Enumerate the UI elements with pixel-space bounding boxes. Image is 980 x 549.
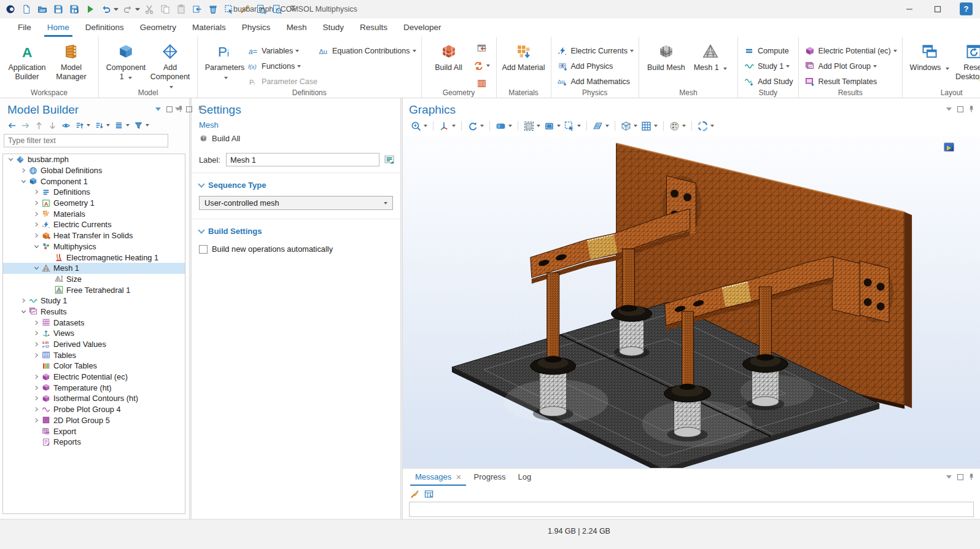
- cut-icon[interactable]: [142, 2, 156, 16]
- electric-potential-ec--button[interactable]: Electric Potential (ec): [804, 43, 897, 58]
- tab-progress[interactable]: Progress: [467, 469, 511, 486]
- open-icon[interactable]: [36, 2, 49, 16]
- tree-chevron-icon[interactable]: [33, 374, 40, 380]
- panel-float-icon[interactable]: [166, 106, 173, 112]
- add-material-button[interactable]: Add Material: [502, 39, 546, 72]
- redo-icon[interactable]: [121, 2, 134, 16]
- compute-button[interactable]: Compute: [743, 43, 793, 58]
- tree-chevron-icon[interactable]: [33, 211, 40, 217]
- ribbon-tab-geometry[interactable]: Geometry: [132, 18, 184, 37]
- copy-icon[interactable]: [158, 2, 172, 16]
- tree-item-results[interactable]: Results: [3, 306, 185, 317]
- box-3d-button[interactable]: [494, 121, 514, 131]
- rename-label-icon[interactable]: [384, 155, 395, 165]
- tree-chevron-icon[interactable]: [20, 168, 27, 173]
- tree-chevron-icon[interactable]: [33, 330, 40, 336]
- new-file-icon[interactable]: [20, 2, 33, 16]
- tree-item-global-definitions[interactable]: Global Definitions: [3, 165, 185, 176]
- panel-float-icon[interactable]: [957, 474, 963, 480]
- tree-item-datasets[interactable]: Datasets: [3, 317, 185, 328]
- wire-cube-button[interactable]: [619, 121, 639, 131]
- tree-item-reports[interactable]: Reports: [3, 437, 185, 448]
- import-win-button[interactable]: [476, 43, 487, 53]
- panel-float-icon[interactable]: [957, 106, 963, 112]
- section-sequence-type[interactable]: Sequence Type: [192, 173, 400, 190]
- tree-chevron-icon[interactable]: [33, 385, 40, 391]
- move-icon[interactable]: [190, 2, 204, 16]
- ribbon-tab-results[interactable]: Results: [352, 18, 395, 37]
- tree-chevron-icon[interactable]: [20, 309, 27, 314]
- add-component-button[interactable]: Add Component: [148, 39, 192, 91]
- arrow-up-icon[interactable]: [34, 121, 44, 130]
- mesh-1-button[interactable]: Mesh 1: [688, 39, 733, 72]
- tree-item-size[interactable]: Size: [3, 274, 185, 285]
- tree-chevron-icon[interactable]: [33, 395, 40, 401]
- arrow-left-icon[interactable]: [7, 121, 17, 130]
- tree-chevron-icon[interactable]: [33, 200, 40, 206]
- move-down-icon[interactable]: [95, 121, 110, 130]
- ribbon-tab-physics[interactable]: Physics: [234, 18, 279, 37]
- panel-menu-icon[interactable]: [946, 107, 952, 111]
- equation-contributions-button[interactable]: ΔuEquation Contributions: [317, 43, 416, 58]
- arrow-down-icon[interactable]: [48, 121, 57, 130]
- tab-messages[interactable]: Messages✕: [409, 469, 467, 486]
- ribbon-tab-developer[interactable]: Developer: [395, 18, 449, 37]
- help-button[interactable]: ?: [960, 2, 973, 15]
- result-templates-button[interactable]: Result Templates: [804, 74, 897, 89]
- tree-item-export[interactable]: csvExport: [3, 426, 185, 437]
- tree-item-isothermal-contours-ht-[interactable]: Isothermal Contours (ht): [3, 393, 185, 404]
- tree-chevron-icon[interactable]: [33, 352, 40, 358]
- tree-chevron-icon[interactable]: [7, 157, 14, 162]
- panel-menu-icon[interactable]: [155, 107, 161, 111]
- add-mathematics-button[interactable]: ΔuAdd Mathematics: [556, 74, 634, 89]
- image-snapshot-button[interactable]: [542, 121, 562, 131]
- fence-button[interactable]: [476, 78, 487, 88]
- paste-icon[interactable]: [174, 2, 188, 16]
- arrow-right-icon[interactable]: [21, 121, 30, 130]
- close-tab-icon[interactable]: ✕: [456, 469, 461, 486]
- parameters-button[interactable]: PiParameters: [203, 39, 247, 82]
- table-window-icon[interactable]: [424, 489, 434, 499]
- tree-item-2d-plot-group-5[interactable]: 2D Plot Group 5: [3, 415, 185, 426]
- tree-chevron-icon[interactable]: [33, 233, 40, 238]
- caret-down-icon[interactable]: [135, 8, 140, 10]
- ribbon-tab-definitions[interactable]: Definitions: [77, 18, 132, 37]
- checkbox[interactable]: [199, 245, 208, 254]
- component-1-button[interactable]: Component 1: [104, 39, 148, 82]
- ribbon-tab-study[interactable]: Study: [314, 18, 352, 37]
- tree-item-tables[interactable]: Tables: [3, 349, 185, 360]
- filter-input[interactable]: [4, 134, 168, 147]
- palette-button[interactable]: [667, 121, 688, 131]
- rotate-button[interactable]: [465, 121, 486, 131]
- tree-item-free-tetrahedral-1[interactable]: Free Tetrahedral 1: [3, 284, 185, 295]
- tab-log[interactable]: Log: [512, 469, 538, 486]
- tree-item-materials[interactable]: Materials: [3, 208, 185, 219]
- tree-item-heat-transfer-in-solids[interactable]: Heat Transfer in Solids: [3, 230, 185, 241]
- build-all-button[interactable]: Build All: [427, 39, 471, 72]
- electric-currents-button[interactable]: +-Electric Currents: [556, 43, 634, 58]
- save-icon[interactable]: [52, 2, 65, 16]
- tree-item-geometry-1[interactable]: AGeometry 1: [3, 198, 185, 209]
- move-up-icon[interactable]: [75, 121, 90, 130]
- transparency-button[interactable]: [591, 121, 611, 131]
- plot-thumbnail-icon[interactable]: [944, 142, 954, 152]
- graphics-viewport[interactable]: [403, 136, 980, 468]
- tree-chevron-icon[interactable]: [33, 407, 40, 412]
- ribbon-tab-home[interactable]: Home: [39, 18, 77, 37]
- run-icon[interactable]: [84, 2, 97, 16]
- funnel-icon[interactable]: [134, 121, 149, 130]
- tree-chevron-icon[interactable]: [33, 320, 40, 325]
- add-plot-group-button[interactable]: Add Plot Group: [804, 58, 897, 74]
- save-find-icon[interactable]: [68, 2, 81, 16]
- section-build-settings[interactable]: Build Settings: [192, 219, 400, 236]
- reset-desktop-button[interactable]: Reset Desktop: [952, 39, 980, 82]
- add-study-button[interactable]: Add Study: [743, 74, 793, 89]
- panel-menu-icon[interactable]: [175, 107, 181, 111]
- ribbon-tab-mesh[interactable]: Mesh: [278, 18, 314, 37]
- tree-item-mesh-1[interactable]: Mesh 1: [3, 263, 185, 274]
- undo-icon[interactable]: [99, 2, 113, 16]
- tree-item-derived-values[interactable]: 8.85e-12Derived Values: [3, 339, 185, 350]
- scene-refresh-button[interactable]: [696, 121, 716, 131]
- columns-icon[interactable]: [114, 121, 130, 130]
- study-1-button[interactable]: Study 1: [743, 58, 793, 74]
